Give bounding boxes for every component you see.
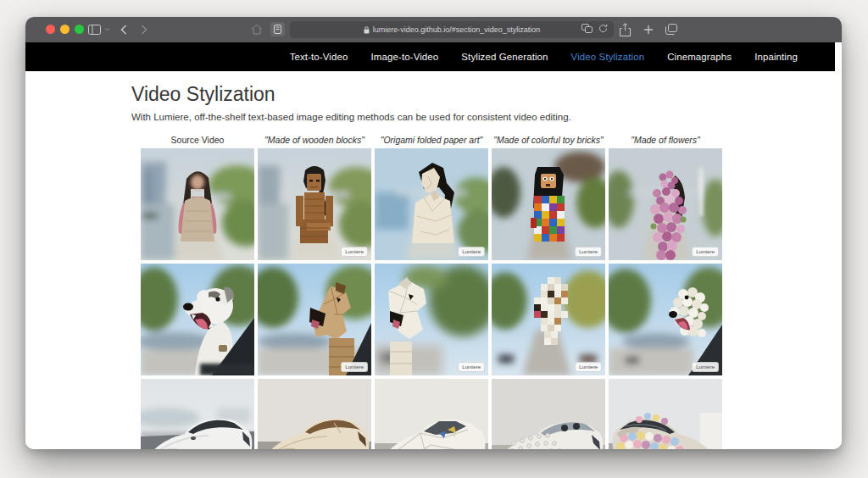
video-car-toy-bricks[interactable]: Lumiere [492, 379, 605, 449]
minimize-window-button[interactable] [60, 25, 70, 34]
zoom-window-button[interactable] [75, 25, 84, 34]
video-woman-wooden-blocks[interactable]: Lumiere [258, 148, 371, 260]
stylization-grid: Source Video "Made of wooden blocks" "Or… [141, 135, 722, 449]
nav-tab-image-to-video[interactable]: Image-to-Video [371, 52, 439, 62]
lumiere-watermark: Lumiere [575, 247, 602, 257]
column-header-wooden-blocks: "Made of wooden blocks" [258, 135, 371, 145]
column-header-source: Source Video [141, 135, 254, 145]
video-dog-origami[interactable]: Lumiere [375, 264, 488, 375]
nav-tab-inpainting[interactable]: Inpainting [754, 52, 798, 62]
video-car-wooden-blocks[interactable]: Lumiere [258, 379, 371, 449]
lumiere-watermark: Lumiere [692, 247, 719, 257]
url-text: lumiere-video.github.io/#section_video_s… [373, 25, 541, 34]
back-button[interactable] [120, 25, 127, 35]
site-navigation: Text-to-Video Image-to-Video Stylized Ge… [25, 42, 835, 71]
lumiere-watermark: Lumiere [458, 362, 485, 372]
video-dog-flowers[interactable]: Lumiere [609, 264, 722, 375]
browser-window: lumiere-video.github.io/#section_video_s… [25, 17, 842, 449]
video-dog-toy-bricks[interactable]: Lumiere [492, 264, 605, 375]
column-header-flowers: "Made of flowers" [609, 135, 722, 145]
column-header-toy-bricks: "Made of colorful toy bricks" [492, 135, 605, 145]
video-car-source[interactable] [141, 379, 254, 449]
titlebar: lumiere-video.github.io/#section_video_s… [25, 17, 842, 42]
lumiere-watermark: Lumiere [575, 362, 602, 372]
video-woman-source[interactable] [141, 148, 254, 260]
close-window-button[interactable] [46, 25, 55, 34]
address-bar[interactable]: lumiere-video.github.io/#section_video_s… [290, 21, 614, 38]
video-dog-source[interactable] [141, 264, 254, 375]
reload-icon[interactable] [598, 24, 608, 35]
share-icon[interactable] [620, 23, 631, 36]
new-tab-icon[interactable] [643, 25, 654, 35]
home-icon[interactable] [251, 24, 263, 35]
page-title: Video Stylization [25, 71, 842, 106]
video-car-origami[interactable]: Lumiere [375, 379, 488, 449]
tab-overview-icon[interactable] [665, 24, 677, 35]
video-dog-wooden-blocks[interactable]: Lumiere [258, 264, 371, 375]
lumiere-watermark: Lumiere [458, 247, 485, 257]
page-description: With Lumiere, off-the-shelf text-based i… [25, 112, 842, 122]
video-woman-toy-bricks[interactable]: Lumiere [492, 148, 605, 260]
nav-tab-text-to-video[interactable]: Text-to-Video [290, 52, 348, 62]
sidebar-toggle-icon[interactable] [88, 25, 101, 35]
nav-tab-cinemagraphs[interactable]: Cinemagraphs [667, 52, 732, 62]
chevron-down-icon[interactable] [104, 27, 110, 31]
video-car-flowers[interactable]: Lumiere [609, 379, 722, 449]
column-header-origami: "Origami folded paper art" [375, 135, 488, 145]
extension-icon[interactable] [270, 22, 285, 36]
forward-button[interactable] [141, 25, 147, 35]
lumiere-watermark: Lumiere [341, 362, 368, 372]
lumiere-watermark: Lumiere [692, 362, 719, 372]
lock-icon [364, 26, 370, 34]
page-content: Video Stylization With Lumiere, off-the-… [25, 71, 842, 449]
video-woman-flowers[interactable]: Lumiere [609, 148, 722, 260]
video-woman-origami[interactable]: Lumiere [375, 148, 488, 260]
nav-tab-stylized-generation[interactable]: Stylized Generation [461, 52, 548, 62]
page-options-icon[interactable] [581, 24, 593, 35]
lumiere-watermark: Lumiere [341, 247, 368, 257]
nav-tab-video-stylization[interactable]: Video Stylization [571, 52, 645, 62]
